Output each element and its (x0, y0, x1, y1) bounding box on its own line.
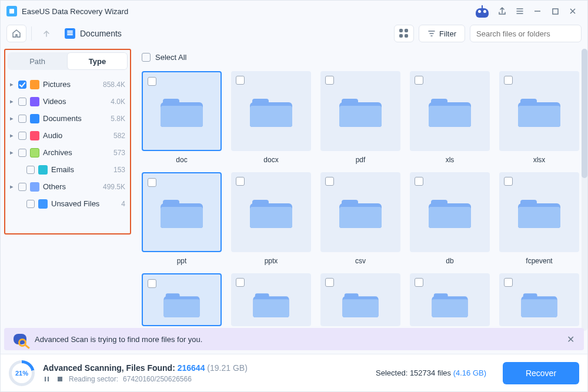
tab-path[interactable]: Path (8, 52, 67, 70)
folder-tile-fcpevent[interactable]: fcpevent (499, 172, 579, 265)
tile-label: xlsx (533, 156, 546, 164)
search-box[interactable] (470, 25, 582, 42)
folder-icon (161, 95, 203, 127)
select-all-checkbox[interactable] (142, 53, 151, 62)
tile-checkbox[interactable] (325, 278, 334, 287)
menu-icon[interactable] (511, 3, 529, 19)
checkbox[interactable] (18, 183, 26, 191)
sidebar-item-videos[interactable]: ▸Videos4.0K (9, 93, 126, 110)
scrollbar-thumb[interactable] (582, 49, 587, 178)
tile-checkbox[interactable] (325, 177, 334, 186)
tile-checkbox[interactable] (236, 278, 245, 287)
expand-icon[interactable]: ▸ (9, 98, 15, 105)
tile-checkbox[interactable] (415, 278, 423, 287)
expand-icon[interactable]: ▸ (9, 149, 15, 156)
banner-close-icon[interactable]: ✕ (564, 331, 577, 347)
banner-text: Advanced Scan is trying to find more fil… (35, 335, 202, 344)
folder-tile-csv[interactable]: csv (320, 172, 400, 265)
tile-label: docx (263, 156, 278, 164)
app-logo-icon (6, 6, 17, 16)
minimize-button[interactable] (529, 3, 546, 19)
tile-checkbox[interactable] (504, 76, 513, 85)
assistant-icon[interactable] (473, 2, 491, 20)
folder-tile-xlsx[interactable]: xlsx (499, 71, 579, 164)
sidebar-tree: ▸Pictures858.4K▸Videos4.0K▸Documents5.8K… (8, 73, 128, 215)
folder-tile-pdf[interactable]: pdf (320, 71, 400, 164)
close-button[interactable] (564, 3, 582, 19)
sidebar-item-others[interactable]: ▸Others499.5K (9, 178, 126, 195)
folder-tile-blank[interactable] (142, 273, 222, 326)
folder-icon (518, 95, 560, 127)
tile-label: db (446, 257, 453, 265)
select-all-label: Select All (155, 53, 186, 62)
sidebar-item-emails[interactable]: Emails153 (9, 161, 126, 178)
folder-grid-row3 (142, 273, 579, 326)
folder-tile-ppt[interactable]: ppt (142, 172, 222, 265)
checkbox[interactable] (26, 166, 35, 174)
folder-tile-xls[interactable]: xls (410, 71, 490, 164)
share-icon[interactable] (493, 3, 511, 19)
filter-button[interactable]: Filter (419, 25, 465, 42)
home-button[interactable] (6, 25, 26, 42)
expand-icon[interactable]: ▸ (9, 81, 15, 88)
breadcrumb[interactable]: Documents (61, 28, 125, 39)
folder-icon (250, 95, 292, 127)
progress-percent: 21% (15, 370, 28, 377)
tab-type[interactable]: Type (67, 52, 128, 70)
tile-checkbox[interactable] (236, 76, 245, 85)
maximize-button[interactable] (546, 3, 564, 19)
expand-icon[interactable]: ▸ (9, 132, 15, 139)
folder-tile-blank[interactable] (320, 273, 400, 326)
select-all-row[interactable]: Select All (142, 49, 579, 65)
tile-checkbox[interactable] (415, 76, 423, 85)
sidebar-item-audio[interactable]: ▸Audio582 (9, 127, 126, 144)
app-title: EaseUS Data Recovery Wizard (22, 7, 128, 16)
folder-tile-blank[interactable] (410, 273, 490, 326)
aud-icon (30, 131, 39, 140)
checkbox[interactable] (18, 98, 26, 106)
breadcrumb-label: Documents (80, 29, 122, 38)
folder-icon (163, 290, 199, 317)
folder-tile-blank[interactable] (231, 273, 311, 326)
tile-checkbox[interactable] (504, 278, 513, 287)
tile-label: xls (446, 156, 455, 164)
svg-rect-2 (58, 377, 62, 381)
mascot-icon (11, 330, 29, 348)
tile-checkbox[interactable] (148, 77, 156, 86)
tile-checkbox[interactable] (148, 178, 156, 187)
checkbox[interactable] (18, 149, 26, 157)
sidebar-item-unsaved-files[interactable]: Unsaved Files4 (9, 195, 126, 212)
tile-checkbox[interactable] (148, 279, 156, 288)
checkbox[interactable] (18, 115, 26, 123)
recover-button[interactable]: Recover (503, 362, 579, 384)
expand-icon[interactable]: ▸ (9, 183, 15, 190)
folder-tile-docx[interactable]: docx (231, 71, 311, 164)
search-input[interactable] (476, 29, 575, 38)
pic-icon (30, 80, 39, 89)
checkbox[interactable] (18, 132, 26, 140)
tile-label: ppt (177, 257, 187, 265)
stop-button[interactable] (56, 375, 64, 383)
tile-checkbox[interactable] (236, 177, 245, 186)
tile-checkbox[interactable] (415, 177, 423, 186)
selected-info: Selected: 152734 files (4.16 GB) (376, 368, 486, 377)
sidebar-item-pictures[interactable]: ▸Pictures858.4K (9, 76, 126, 93)
arc-icon (30, 148, 39, 158)
sidebar-item-documents[interactable]: ▸Documents5.8K (9, 110, 126, 127)
pause-button[interactable] (43, 375, 51, 383)
view-grid-button[interactable] (394, 25, 414, 42)
checkbox[interactable] (26, 200, 35, 208)
expand-icon[interactable]: ▸ (9, 115, 15, 122)
toolbar: Documents Filter (1, 22, 587, 45)
scan-banner: Advanced Scan is trying to find more fil… (4, 328, 584, 350)
sidebar-item-archives[interactable]: ▸Archives573 (9, 144, 126, 161)
up-button[interactable] (36, 25, 56, 42)
checkbox[interactable] (18, 81, 26, 89)
folder-tile-pptx[interactable]: pptx (231, 172, 311, 265)
tile-label: pptx (265, 257, 278, 265)
tile-checkbox[interactable] (504, 177, 513, 186)
tile-checkbox[interactable] (325, 76, 334, 85)
folder-tile-db[interactable]: db (410, 172, 490, 265)
folder-tile-blank[interactable] (499, 273, 579, 326)
folder-tile-doc[interactable]: doc (142, 71, 222, 164)
